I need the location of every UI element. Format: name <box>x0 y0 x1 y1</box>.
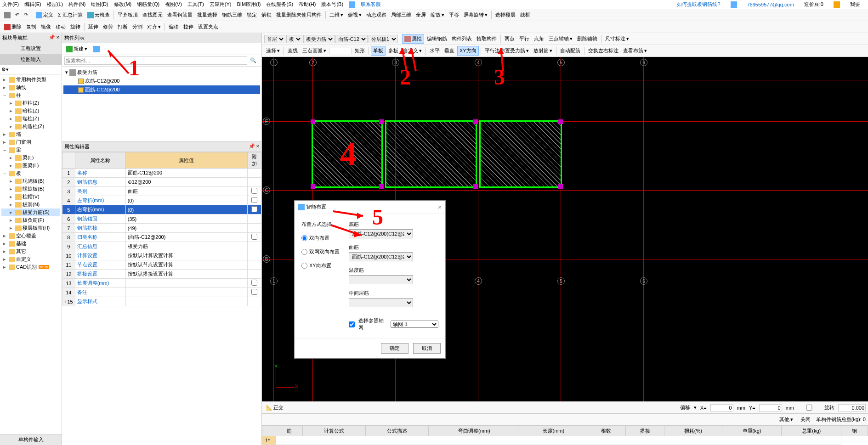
three-point-aux-button[interactable]: 三点辅轴▾ <box>547 34 574 43</box>
nav-item[interactable]: ▸常用构件类型 <box>1 76 60 84</box>
nav-item[interactable]: ▸楼层板带(H) <box>1 224 60 232</box>
unlock-button[interactable]: 解锁 <box>260 11 273 19</box>
temp-rebar-select[interactable] <box>349 275 413 284</box>
menu-draw[interactable]: 绘图(D) <box>91 1 108 8</box>
nav-item[interactable]: ▸梁(L) <box>1 154 60 162</box>
menu-help[interactable]: 帮助(H) <box>299 1 316 8</box>
zoom-button[interactable]: 缩放▾ <box>429 11 446 19</box>
user-label[interactable]: 769559577@qq.com <box>747 2 794 7</box>
menu-view[interactable]: 视图(V) <box>165 1 182 8</box>
nav-item[interactable]: ▸基础 <box>1 240 60 248</box>
other-button[interactable]: 其他▾ <box>777 415 795 424</box>
nav-item[interactable]: ▸圈梁(L) <box>1 162 60 169</box>
nav-item[interactable]: ▸板负筋(F) <box>1 216 60 224</box>
xy-direction-button[interactable]: XY方向 <box>457 46 479 56</box>
component-select[interactable]: 面筋-C12 <box>335 35 368 43</box>
rotate-input[interactable] <box>838 404 866 411</box>
align-slab-button[interactable]: 平齐板顶 <box>116 11 140 19</box>
menu-edit[interactable]: 编辑(E) <box>24 1 41 8</box>
menu-file[interactable]: 文件(F) <box>2 1 19 8</box>
prop-row[interactable]: 3类别面筋 <box>62 187 261 196</box>
extend-button[interactable]: 延伸 <box>86 23 100 31</box>
top-rebar-select[interactable]: 面筋-C12@200(C12@200) <box>349 252 413 261</box>
move-button[interactable]: 移动 <box>54 23 68 31</box>
mid-rebar-select[interactable] <box>349 298 413 307</box>
layer-select[interactable]: 分层板1 <box>369 35 398 43</box>
prop-row[interactable]: 8归类名称(面筋-C12@200) <box>62 233 261 242</box>
lock-button[interactable]: 锁定 <box>245 11 259 19</box>
arc-button[interactable]: 三点画弧▾ <box>301 46 328 55</box>
tree-item-top[interactable]: 面筋-C12@200 <box>63 85 260 94</box>
floor-select[interactable]: 首层 <box>264 35 285 43</box>
copy-component-button[interactable] <box>91 45 102 53</box>
wireframe-button[interactable]: 线框 <box>518 11 532 19</box>
nav-item[interactable]: ▸板洞(N) <box>1 201 60 208</box>
tree-root[interactable]: ▾板受力筋 <box>63 68 260 77</box>
offset-button[interactable]: 偏移 <box>167 23 181 31</box>
tree-item-bottom[interactable]: 底筋-C12@200 <box>63 77 260 85</box>
nav-tab-draw[interactable]: 绘图输入 <box>0 54 62 65</box>
type-select[interactable]: 板 <box>286 35 302 43</box>
del-aux-button[interactable]: 删除辅轴 <box>575 34 599 43</box>
ok-button[interactable]: 确定 <box>381 343 408 354</box>
pick-button[interactable]: 拾取构件 <box>475 34 499 43</box>
menu-tools[interactable]: 工具(T) <box>187 1 204 8</box>
cloud-check-button[interactable]: 云检查 <box>85 11 112 19</box>
custom-button[interactable]: 自定义▾ <box>401 46 424 55</box>
2d-button[interactable]: 二维▾ <box>328 11 345 19</box>
prop-row[interactable]: 2钢筋信息⊕12@200 <box>62 178 261 187</box>
sum-button[interactable]: Σ 汇总计算 <box>56 11 85 19</box>
prop-row[interactable]: 14备注 <box>62 288 261 297</box>
view-rebar-button[interactable]: 查看钢筋量 <box>165 11 194 19</box>
vertical-button[interactable]: 垂直 <box>443 46 456 55</box>
prop-row[interactable]: +15显示样式 <box>62 297 261 306</box>
prop-row[interactable]: 13长度调整(mm) <box>62 279 261 288</box>
dialog-close-button[interactable]: × <box>438 203 442 211</box>
property-button[interactable]: 属性 <box>402 34 424 44</box>
multi-slab-button[interactable]: 多板 <box>386 46 400 55</box>
nav-item[interactable]: ▸墙 <box>1 130 60 138</box>
edit-rebar-button[interactable]: 编辑钢筋 <box>425 34 449 43</box>
nav-config-icon[interactable]: ⚙▾ <box>1 67 9 72</box>
horizontal-button[interactable]: 水平 <box>428 46 442 55</box>
nav-item[interactable]: ▸构造柱(Z) <box>1 123 60 130</box>
nav-item[interactable]: ▸门窗洞 <box>1 138 60 146</box>
prop-row[interactable]: 10计算设置按默认计算设置计算 <box>62 251 261 260</box>
view-layout-button[interactable]: 查看布筋▾ <box>621 46 649 55</box>
local-3d-button[interactable]: 局部三维 <box>389 11 413 19</box>
menu-modify[interactable]: 修改(M) <box>114 1 132 8</box>
slab-2[interactable] <box>385 120 477 188</box>
break-button[interactable]: 打断 <box>116 23 130 31</box>
auto-rebar-button[interactable]: 自动配筋 <box>558 46 582 55</box>
prop-pin-icon[interactable]: 📌 × <box>249 143 259 150</box>
help-link[interactable]: 如何提取板钢筋线? <box>677 1 720 8</box>
prop-row[interactable]: 6钢筋锚固(35) <box>62 214 261 224</box>
split-button[interactable]: 分割 <box>130 23 144 31</box>
nav-footer-button[interactable]: 单构件输入 <box>0 434 62 445</box>
radial-button[interactable]: 放射筋▾ <box>532 46 554 55</box>
nav-item[interactable]: ▸暗柱(Z) <box>1 107 60 115</box>
fullscreen-button[interactable]: 全屏 <box>414 11 428 19</box>
nav-pin-icon[interactable]: 📌 × <box>49 34 59 41</box>
value-input[interactable] <box>329 48 352 54</box>
select-floor-button[interactable]: 选择楼层 <box>494 11 517 19</box>
y-input[interactable] <box>759 404 782 411</box>
nav-item[interactable]: ▸轴线 <box>1 84 60 91</box>
comp-list-button[interactable]: 构件列表 <box>450 34 474 43</box>
menu-rebar[interactable]: 钢筋量(Q) <box>137 1 159 8</box>
swap-label-button[interactable]: 交换左右标注 <box>586 46 620 55</box>
slab-3[interactable] <box>479 120 562 188</box>
prop-row[interactable]: 1名称面筋-C12@200 <box>62 169 261 178</box>
line-button[interactable]: 直线 <box>286 46 300 55</box>
menu-component[interactable]: 构件(N) <box>68 1 85 8</box>
two-point-button[interactable]: 两点 <box>503 34 516 43</box>
rotate-checkbox[interactable] <box>798 405 821 411</box>
nav-item[interactable]: −板 <box>1 169 60 177</box>
undo-button[interactable]: ↶ <box>13 11 21 19</box>
nav-item[interactable]: ▸柱帽(V) <box>1 193 60 201</box>
select-button[interactable]: 选择▾ <box>264 46 282 55</box>
rebar-3d-button[interactable]: 钢筋三维 <box>220 11 244 19</box>
orbit-button[interactable]: 动态观察 <box>364 11 388 19</box>
nav-item[interactable]: ▸板受力筋(S) <box>1 208 60 216</box>
nav-item[interactable]: ▸其它 <box>1 248 60 255</box>
